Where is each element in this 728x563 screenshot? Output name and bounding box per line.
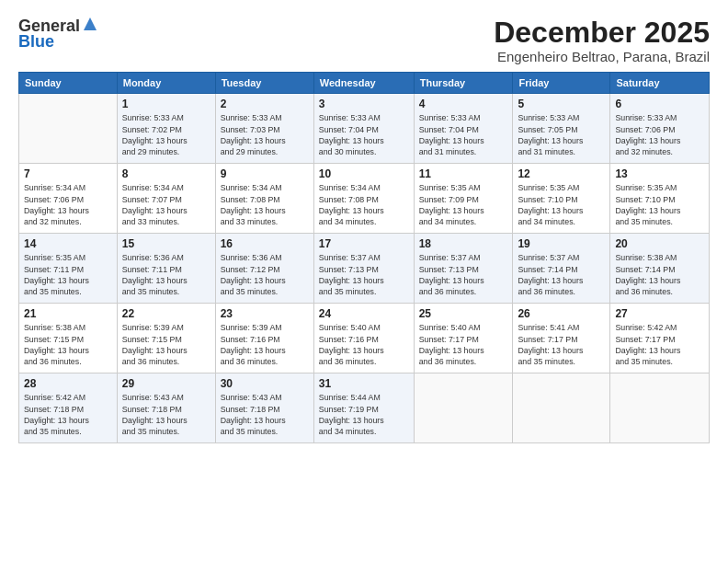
page-subtitle: Engenheiro Beltrao, Parana, Brazil xyxy=(494,49,710,64)
cell-day-number: 1 xyxy=(122,98,210,110)
cell-info-text: Sunrise: 5:40 AM Sunset: 7:16 PM Dayligh… xyxy=(319,322,409,367)
cell-day-number: 11 xyxy=(419,167,508,180)
calendar-cell: 29Sunrise: 5:43 AM Sunset: 7:18 PM Dayli… xyxy=(117,373,215,443)
calendar-header-wednesday: Wednesday xyxy=(313,73,414,94)
cell-day-number: 28 xyxy=(24,377,112,390)
cell-day-number: 30 xyxy=(221,377,309,390)
calendar-cell: 27Sunrise: 5:42 AM Sunset: 7:17 PM Dayli… xyxy=(610,304,710,373)
cell-info-text: Sunrise: 5:38 AM Sunset: 7:14 PM Dayligh… xyxy=(615,252,704,297)
calendar-table: SundayMondayTuesdayWednesdayThursdayFrid… xyxy=(18,72,710,443)
calendar-cell: 25Sunrise: 5:40 AM Sunset: 7:17 PM Dayli… xyxy=(414,304,513,373)
cell-day-number: 15 xyxy=(122,237,210,250)
calendar-cell: 19Sunrise: 5:37 AM Sunset: 7:14 PM Dayli… xyxy=(513,234,610,304)
calendar-cell: 31Sunrise: 5:44 AM Sunset: 7:19 PM Dayli… xyxy=(313,373,414,443)
page: General Blue December 2025 Engenheiro Be… xyxy=(0,0,728,563)
cell-day-number: 6 xyxy=(615,98,704,110)
cell-info-text: Sunrise: 5:43 AM Sunset: 7:18 PM Dayligh… xyxy=(221,392,309,437)
cell-day-number: 13 xyxy=(615,167,704,180)
cell-info-text: Sunrise: 5:34 AM Sunset: 7:06 PM Dayligh… xyxy=(24,182,112,227)
cell-day-number: 19 xyxy=(518,237,605,250)
calendar-header-friday: Friday xyxy=(513,73,610,94)
cell-day-number: 4 xyxy=(419,98,508,110)
cell-day-number: 7 xyxy=(24,167,112,180)
cell-day-number: 9 xyxy=(221,167,309,180)
calendar-cell: 9Sunrise: 5:34 AM Sunset: 7:08 PM Daylig… xyxy=(215,164,313,234)
title-block: December 2025 Engenheiro Beltrao, Parana… xyxy=(494,17,710,64)
cell-day-number: 17 xyxy=(319,237,409,250)
cell-info-text: Sunrise: 5:39 AM Sunset: 7:16 PM Dayligh… xyxy=(221,322,309,367)
calendar-week-row: 7Sunrise: 5:34 AM Sunset: 7:06 PM Daylig… xyxy=(19,164,710,234)
calendar-cell: 7Sunrise: 5:34 AM Sunset: 7:06 PM Daylig… xyxy=(19,164,118,234)
calendar-cell: 13Sunrise: 5:35 AM Sunset: 7:10 PM Dayli… xyxy=(610,164,710,234)
calendar-cell: 12Sunrise: 5:35 AM Sunset: 7:10 PM Dayli… xyxy=(513,164,610,234)
cell-day-number: 24 xyxy=(319,307,409,320)
cell-info-text: Sunrise: 5:33 AM Sunset: 7:03 PM Dayligh… xyxy=(221,112,309,157)
cell-info-text: Sunrise: 5:37 AM Sunset: 7:13 PM Dayligh… xyxy=(419,252,508,297)
calendar-cell: 5Sunrise: 5:33 AM Sunset: 7:05 PM Daylig… xyxy=(513,94,610,164)
header: General Blue December 2025 Engenheiro Be… xyxy=(18,17,710,64)
cell-info-text: Sunrise: 5:34 AM Sunset: 7:08 PM Dayligh… xyxy=(221,182,309,227)
cell-day-number: 29 xyxy=(122,377,210,390)
cell-day-number: 25 xyxy=(419,307,508,320)
cell-info-text: Sunrise: 5:35 AM Sunset: 7:10 PM Dayligh… xyxy=(518,182,605,227)
cell-info-text: Sunrise: 5:33 AM Sunset: 7:05 PM Dayligh… xyxy=(518,112,605,157)
calendar-header-saturday: Saturday xyxy=(610,73,710,94)
calendar-header-monday: Monday xyxy=(117,73,215,94)
cell-day-number: 5 xyxy=(518,98,605,110)
cell-day-number: 27 xyxy=(615,307,704,320)
page-title: December 2025 xyxy=(494,17,710,49)
cell-info-text: Sunrise: 5:34 AM Sunset: 7:07 PM Dayligh… xyxy=(122,182,210,227)
calendar-cell: 6Sunrise: 5:33 AM Sunset: 7:06 PM Daylig… xyxy=(610,94,710,164)
calendar-cell: 11Sunrise: 5:35 AM Sunset: 7:09 PM Dayli… xyxy=(414,164,513,234)
calendar-week-row: 28Sunrise: 5:42 AM Sunset: 7:18 PM Dayli… xyxy=(19,373,710,443)
cell-info-text: Sunrise: 5:44 AM Sunset: 7:19 PM Dayligh… xyxy=(319,392,409,437)
calendar-cell xyxy=(513,373,610,443)
calendar-cell: 21Sunrise: 5:38 AM Sunset: 7:15 PM Dayli… xyxy=(19,304,118,373)
cell-day-number: 26 xyxy=(518,307,605,320)
cell-info-text: Sunrise: 5:42 AM Sunset: 7:18 PM Dayligh… xyxy=(24,392,112,437)
cell-day-number: 18 xyxy=(419,237,508,250)
cell-info-text: Sunrise: 5:33 AM Sunset: 7:04 PM Dayligh… xyxy=(419,112,508,157)
calendar-cell: 20Sunrise: 5:38 AM Sunset: 7:14 PM Dayli… xyxy=(610,234,710,304)
calendar-cell: 4Sunrise: 5:33 AM Sunset: 7:04 PM Daylig… xyxy=(414,94,513,164)
cell-day-number: 14 xyxy=(24,237,112,250)
cell-info-text: Sunrise: 5:35 AM Sunset: 7:10 PM Dayligh… xyxy=(615,182,704,227)
cell-day-number: 8 xyxy=(122,167,210,180)
cell-info-text: Sunrise: 5:42 AM Sunset: 7:17 PM Dayligh… xyxy=(615,322,704,367)
calendar-cell: 24Sunrise: 5:40 AM Sunset: 7:16 PM Dayli… xyxy=(313,304,414,373)
logo: General Blue xyxy=(18,17,98,52)
cell-info-text: Sunrise: 5:33 AM Sunset: 7:06 PM Dayligh… xyxy=(615,112,704,157)
calendar-cell: 2Sunrise: 5:33 AM Sunset: 7:03 PM Daylig… xyxy=(215,94,313,164)
calendar-cell: 3Sunrise: 5:33 AM Sunset: 7:04 PM Daylig… xyxy=(313,94,414,164)
calendar-cell: 23Sunrise: 5:39 AM Sunset: 7:16 PM Dayli… xyxy=(215,304,313,373)
calendar-cell: 30Sunrise: 5:43 AM Sunset: 7:18 PM Dayli… xyxy=(215,373,313,443)
calendar-cell xyxy=(414,373,513,443)
cell-info-text: Sunrise: 5:38 AM Sunset: 7:15 PM Dayligh… xyxy=(24,322,112,367)
calendar-header-thursday: Thursday xyxy=(414,73,513,94)
calendar-cell: 16Sunrise: 5:36 AM Sunset: 7:12 PM Dayli… xyxy=(215,234,313,304)
cell-info-text: Sunrise: 5:34 AM Sunset: 7:08 PM Dayligh… xyxy=(319,182,409,227)
calendar-header-sunday: Sunday xyxy=(19,73,118,94)
cell-info-text: Sunrise: 5:33 AM Sunset: 7:02 PM Dayligh… xyxy=(122,112,210,157)
cell-info-text: Sunrise: 5:37 AM Sunset: 7:14 PM Dayligh… xyxy=(518,252,605,297)
cell-day-number: 3 xyxy=(319,98,409,110)
calendar-cell: 18Sunrise: 5:37 AM Sunset: 7:13 PM Dayli… xyxy=(414,234,513,304)
cell-day-number: 23 xyxy=(221,307,309,320)
cell-info-text: Sunrise: 5:37 AM Sunset: 7:13 PM Dayligh… xyxy=(319,252,409,297)
logo-icon xyxy=(82,16,98,32)
cell-info-text: Sunrise: 5:41 AM Sunset: 7:17 PM Dayligh… xyxy=(518,322,605,367)
calendar-week-row: 14Sunrise: 5:35 AM Sunset: 7:11 PM Dayli… xyxy=(19,234,710,304)
calendar-cell: 28Sunrise: 5:42 AM Sunset: 7:18 PM Dayli… xyxy=(19,373,118,443)
calendar-cell: 26Sunrise: 5:41 AM Sunset: 7:17 PM Dayli… xyxy=(513,304,610,373)
calendar-cell: 10Sunrise: 5:34 AM Sunset: 7:08 PM Dayli… xyxy=(313,164,414,234)
cell-day-number: 2 xyxy=(221,98,309,110)
cell-day-number: 12 xyxy=(518,167,605,180)
cell-day-number: 16 xyxy=(221,237,309,250)
calendar-header-tuesday: Tuesday xyxy=(215,73,313,94)
cell-day-number: 10 xyxy=(319,167,409,180)
cell-info-text: Sunrise: 5:33 AM Sunset: 7:04 PM Dayligh… xyxy=(319,112,409,157)
cell-day-number: 20 xyxy=(615,237,704,250)
logo-blue: Blue xyxy=(18,32,54,52)
cell-day-number: 22 xyxy=(122,307,210,320)
cell-info-text: Sunrise: 5:35 AM Sunset: 7:11 PM Dayligh… xyxy=(24,252,112,297)
